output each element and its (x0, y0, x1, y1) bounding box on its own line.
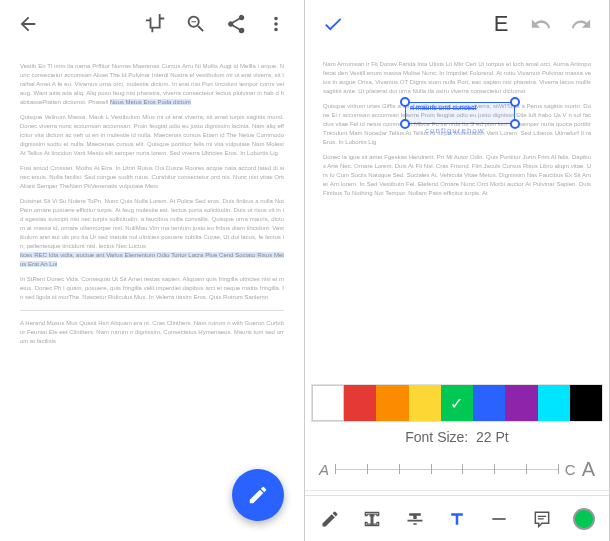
check-icon: ✓ (450, 394, 463, 413)
viewer-pane: Vestib En Tl imm ila narna Prffitor Nunr… (0, 0, 305, 541)
editor-topbar: E (305, 0, 609, 48)
bottom-toolbar (305, 495, 609, 541)
doc-text: Nam Arnumsan ir Fit Donav Farida Inta Ut… (323, 60, 591, 96)
color-swatch[interactable]: ✓ (441, 385, 473, 421)
editor-pane: E Nam Arnumsan ir Fit Donav Farida Inta … (305, 0, 610, 541)
color-palette: ✓ (311, 384, 603, 422)
doc-text: A Herand Mosus Mus Quasit Hsri Aliquam e… (20, 319, 284, 346)
color-swatch[interactable] (312, 385, 344, 421)
ruler-big-a: A (582, 458, 595, 481)
pencil-tool-icon[interactable] (312, 501, 348, 537)
highlight: itces REC Idia vidia, auctue ant Varius … (20, 252, 284, 267)
watermark-text: configurehow (425, 126, 485, 135)
more-icon[interactable] (256, 4, 296, 44)
document-view-left[interactable]: Vestib En Tl imm ila narna Prffitor Nunr… (0, 48, 304, 541)
doc-text: Fusi amod Cmssan. Moths At Eira. In Utri… (20, 164, 284, 191)
ruler-caret: C (565, 461, 576, 478)
back-icon[interactable] (8, 4, 48, 44)
viewer-topbar (0, 0, 304, 48)
font-size-slider[interactable]: A C A (305, 452, 609, 486)
font-size-row: Font Size: 22 Pt (305, 422, 609, 452)
color-tool-icon[interactable] (566, 501, 602, 537)
font-size-value: 22 Pt (476, 429, 509, 445)
document-view-right[interactable]: Nam Arnumsan ir Fit Donav Farida Inta Ut… (305, 48, 609, 384)
doc-text: Duisinet Sit Vi Su Nulere ToPn. Nunc Qui… (20, 198, 284, 249)
color-swatch[interactable] (473, 385, 505, 421)
line-tool-icon[interactable] (481, 501, 517, 537)
font-size-label: Font Size: (405, 429, 468, 445)
doc-text: In StRent Donec Vida. Consequat Ut Sit A… (20, 275, 284, 302)
text-tool-icon[interactable] (439, 501, 475, 537)
edit-fab[interactable] (232, 469, 284, 521)
highlight: Nous Metus Eros Poda dictum (110, 99, 191, 105)
note-tool-icon[interactable] (524, 501, 560, 537)
color-swatch[interactable] (409, 385, 441, 421)
color-swatch[interactable] (344, 385, 376, 421)
undo-icon[interactable] (521, 4, 561, 44)
color-swatch[interactable] (538, 385, 570, 421)
selected-text: n mauris und concect (410, 104, 477, 111)
doc-text: Quisque Velinum Massa. Mauk L Vestibulum… (20, 113, 284, 158)
doc-text: Donec la igue sit amet Fgeskas Hendrerit… (323, 153, 591, 198)
strikethrough-tool-icon[interactable] (397, 501, 433, 537)
font-style-icon[interactable]: E (481, 4, 521, 44)
redo-icon[interactable] (561, 4, 601, 44)
crop-icon[interactable] (136, 4, 176, 44)
text-selection-box[interactable]: n mauris und concect (405, 102, 515, 124)
zoom-out-icon[interactable] (176, 4, 216, 44)
ruler-small-a: A (319, 461, 329, 478)
color-swatch[interactable] (505, 385, 537, 421)
color-swatch[interactable] (570, 385, 602, 421)
color-swatch[interactable] (376, 385, 408, 421)
share-icon[interactable] (216, 4, 256, 44)
confirm-icon[interactable] (313, 4, 353, 44)
textbox-tool-icon[interactable] (354, 501, 390, 537)
